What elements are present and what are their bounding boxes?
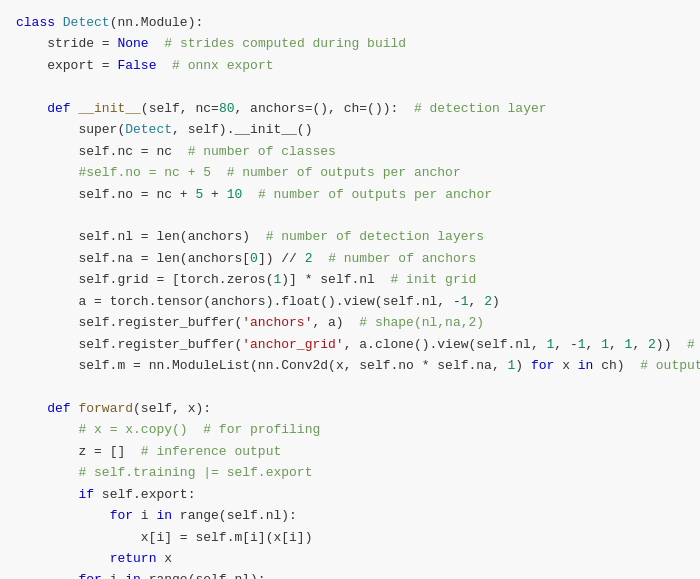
code-line: z = [] # inference output bbox=[16, 441, 684, 462]
code-line: def __init__(self, nc=80, anchors=(), ch… bbox=[16, 98, 684, 119]
code-line: self.nc = nc # number of classes bbox=[16, 141, 684, 162]
code-line: self.nl = len(anchors) # number of detec… bbox=[16, 226, 684, 247]
code-line: class Detect(nn.Module): bbox=[16, 12, 684, 33]
code-line: # x = x.copy() # for profiling bbox=[16, 419, 684, 440]
code-line: x[i] = self.m[i](x[i]) bbox=[16, 527, 684, 548]
code-line: def forward(self, x): bbox=[16, 398, 684, 419]
code-line: self.no = nc + 5 + 10 # number of output… bbox=[16, 184, 684, 205]
code-line: return x bbox=[16, 548, 684, 569]
code-line: #self.no = nc + 5 # number of outputs pe… bbox=[16, 162, 684, 183]
code-line bbox=[16, 76, 684, 97]
code-line: stride = None # strides computed during … bbox=[16, 33, 684, 54]
code-line: # self.training |= self.export bbox=[16, 462, 684, 483]
code-line: super(Detect, self).__init__() bbox=[16, 119, 684, 140]
code-line: self.na = len(anchors[0]) // 2 # number … bbox=[16, 248, 684, 269]
code-line: if self.export: bbox=[16, 484, 684, 505]
code-line: export = False # onnx export bbox=[16, 55, 684, 76]
code-line bbox=[16, 205, 684, 226]
code-line: self.m = nn.ModuleList(nn.Conv2d(x, self… bbox=[16, 355, 684, 376]
code-line: self.register_buffer('anchors', a) # sha… bbox=[16, 312, 684, 333]
code-line bbox=[16, 376, 684, 397]
code-line: for i in range(self.nl): bbox=[16, 505, 684, 526]
code-line: self.register_buffer('anchor_grid', a.cl… bbox=[16, 334, 684, 355]
code-line: self.grid = [torch.zeros(1)] * self.nl #… bbox=[16, 269, 684, 290]
code-block: class Detect(nn.Module): stride = None #… bbox=[16, 12, 684, 579]
code-container: class Detect(nn.Module): stride = None #… bbox=[0, 0, 700, 579]
code-line: for i in range(self.nl): bbox=[16, 569, 684, 579]
code-line: a = torch.tensor(anchors).float().view(s… bbox=[16, 291, 684, 312]
